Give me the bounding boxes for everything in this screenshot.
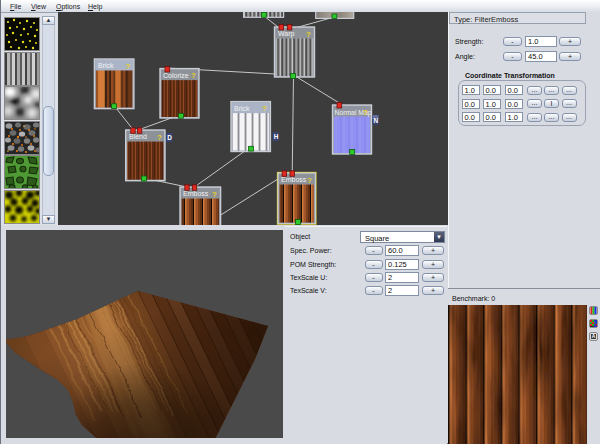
svg-text:Colorize: Colorize — [163, 72, 189, 79]
svg-text:?: ? — [191, 71, 196, 80]
svg-text:Emboss: Emboss — [183, 190, 209, 197]
svg-text:H: H — [274, 133, 279, 140]
svg-text:Warp: Warp — [278, 30, 295, 38]
svg-text:Emboss: Emboss — [281, 176, 307, 183]
svg-text:?: ? — [157, 133, 162, 142]
svg-text:?: ? — [262, 104, 267, 113]
svg-text:N: N — [374, 117, 379, 124]
svg-text:?: ? — [212, 190, 217, 199]
svg-text:?: ? — [306, 30, 311, 39]
svg-text:?: ? — [126, 62, 131, 71]
svg-text:D: D — [167, 134, 172, 141]
svg-text:Brick: Brick — [234, 105, 250, 112]
svg-text:?: ? — [363, 108, 368, 117]
svg-text:?: ? — [307, 176, 312, 185]
svg-text:Brick: Brick — [98, 62, 114, 69]
svg-text:Blend: Blend — [129, 133, 147, 140]
